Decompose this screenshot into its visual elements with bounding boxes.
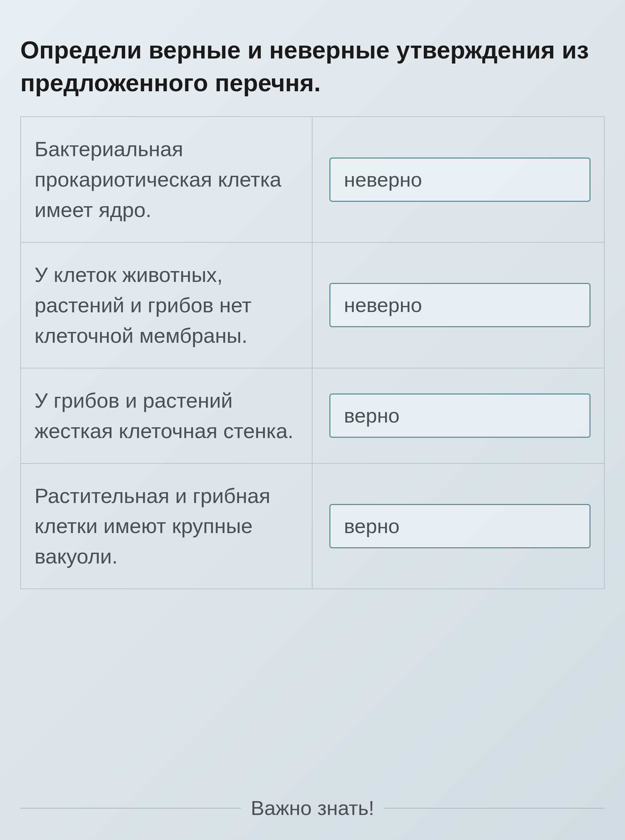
divider-line: [20, 808, 241, 809]
statement-text: Растительная и грибная клетки имеют круп…: [34, 481, 298, 572]
footer-section: Важно знать!: [0, 797, 625, 820]
quiz-table: Бактериальная прокариотическая клетка им…: [20, 116, 605, 589]
table-row: У грибов и растений жесткая клеточная ст…: [21, 369, 604, 464]
answer-cell: верно: [312, 464, 604, 589]
answer-select[interactable]: верно: [330, 504, 591, 548]
question-title: Определи верные и неверные утверждения и…: [20, 34, 605, 99]
footer-label: Важно знать!: [251, 797, 375, 820]
answer-cell: верно: [312, 369, 604, 463]
statement-cell: Бактериальная прокариотическая клетка им…: [21, 117, 312, 242]
table-row: Растительная и грибная клетки имеют круп…: [21, 464, 604, 589]
statement-cell: У грибов и растений жесткая клеточная ст…: [21, 369, 312, 463]
statement-cell: У клеток животных, растений и грибов нет…: [21, 243, 312, 368]
answer-select[interactable]: неверно: [330, 283, 591, 327]
table-row: Бактериальная прокариотическая клетка им…: [21, 117, 604, 243]
answer-select[interactable]: неверно: [330, 158, 591, 202]
statement-cell: Растительная и грибная клетки имеют круп…: [21, 464, 312, 589]
statement-text: У грибов и растений жесткая клеточная ст…: [34, 385, 298, 446]
answer-cell: неверно: [312, 243, 604, 368]
table-row: У клеток животных, растений и грибов нет…: [21, 243, 604, 369]
answer-cell: неверно: [312, 117, 604, 242]
statement-text: Бактериальная прокариотическая клетка им…: [34, 134, 298, 225]
answer-select[interactable]: верно: [330, 394, 591, 438]
divider-line: [384, 808, 605, 809]
statement-text: У клеток животных, растений и грибов нет…: [34, 260, 298, 351]
